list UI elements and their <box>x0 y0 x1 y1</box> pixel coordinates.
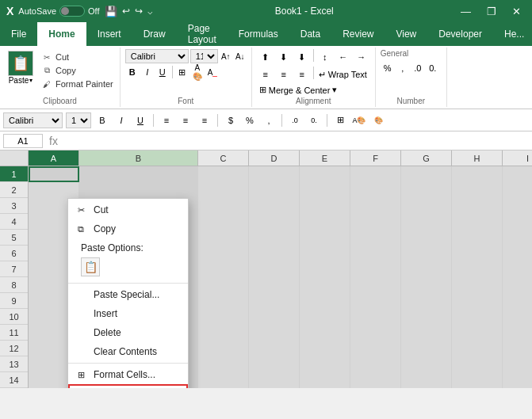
cell-c4[interactable] <box>198 214 249 230</box>
row-header-5[interactable]: 5 <box>0 230 28 246</box>
cell-f14[interactable] <box>350 372 401 388</box>
col-header-b[interactable]: B <box>79 150 198 166</box>
cut-action[interactable]: ✂ Cut <box>40 51 115 63</box>
col-header-d[interactable]: D <box>249 150 300 166</box>
cell-c13[interactable] <box>198 356 249 372</box>
cell-e3[interactable] <box>300 198 350 214</box>
col-header-e[interactable]: E <box>300 150 350 166</box>
cell-i14[interactable] <box>503 372 532 388</box>
cell-c1[interactable] <box>198 166 249 182</box>
cell-f5[interactable] <box>350 230 401 246</box>
fill-color-button[interactable]: A🎨 <box>190 65 205 79</box>
copy-action[interactable]: ⧉ Copy <box>40 64 115 77</box>
cell-i5[interactable] <box>503 230 532 246</box>
cell-c12[interactable] <box>198 341 249 356</box>
cell-g13[interactable] <box>401 356 452 372</box>
mini-align-right[interactable]: ≡ <box>197 112 212 128</box>
select-all-corner[interactable] <box>0 150 29 166</box>
cell-h6[interactable] <box>452 246 503 261</box>
cell-f12[interactable] <box>350 341 401 356</box>
tab-help[interactable]: He... <box>493 22 532 46</box>
row-header-13[interactable]: 13 <box>0 356 28 372</box>
cell-i2[interactable] <box>503 182 532 198</box>
cell-g11[interactable] <box>401 325 452 341</box>
cell-f13[interactable] <box>350 356 401 372</box>
cell-g5[interactable] <box>401 230 452 246</box>
indent-decrease-btn[interactable]: ← <box>335 49 352 65</box>
cell-c2[interactable] <box>198 182 249 198</box>
autosave-toggle[interactable] <box>59 6 85 17</box>
redo-icon[interactable]: ↪ <box>135 6 143 17</box>
cell-f3[interactable] <box>350 198 401 214</box>
row-header-6[interactable]: 6 <box>0 246 28 261</box>
tab-file[interactable]: File <box>0 22 37 46</box>
tab-insert[interactable]: Insert <box>86 22 132 46</box>
cell-e6[interactable] <box>300 246 350 261</box>
mini-dec-decrease[interactable]: 0. <box>306 112 322 128</box>
col-header-f[interactable]: F <box>350 150 401 166</box>
cell-f6[interactable] <box>350 246 401 261</box>
cell-d2[interactable] <box>249 182 300 198</box>
tab-view[interactable]: View <box>385 22 427 46</box>
font-increase-btn[interactable]: A↑ <box>220 50 232 63</box>
cell-i9[interactable] <box>503 293 532 309</box>
row-header-12[interactable]: 12 <box>0 341 28 356</box>
font-family-select[interactable]: Calibri <box>125 49 189 63</box>
cell-e14[interactable] <box>300 372 350 388</box>
mini-italic-btn[interactable]: I <box>113 112 129 128</box>
row-header-7[interactable]: 7 <box>0 261 28 277</box>
mini-dec-increase[interactable]: .0 <box>287 112 303 128</box>
mini-font-select[interactable]: Calibri <box>3 112 63 128</box>
col-header-g[interactable]: G <box>401 150 452 166</box>
paste-button[interactable]: 📋 Paste ▾ <box>5 49 36 86</box>
align-left-btn[interactable]: ≡ <box>257 67 274 82</box>
tab-formulas[interactable]: Formulas <box>228 22 289 46</box>
cell-h14[interactable] <box>452 372 503 388</box>
paste-dropdown-arrow[interactable]: ▾ <box>29 77 33 84</box>
ctx-insert[interactable]: Insert <box>68 304 188 323</box>
cell-h10[interactable] <box>452 309 503 325</box>
tab-page-layout[interactable]: Page Layout <box>177 22 228 46</box>
comma-btn[interactable]: , <box>396 61 410 75</box>
align-top-btn[interactable]: ⬆ <box>257 49 274 65</box>
mini-fill-btn[interactable]: A🎨 <box>351 112 367 128</box>
cell-f7[interactable] <box>350 261 401 277</box>
mini-size-select[interactable]: 11 <box>66 112 91 128</box>
row-header-2[interactable]: 2 <box>0 182 28 198</box>
row-header-10[interactable]: 10 <box>0 309 28 325</box>
cell-f9[interactable] <box>350 293 401 309</box>
decimal-decrease-btn[interactable]: 0. <box>426 61 440 75</box>
cell-h1[interactable] <box>452 166 503 182</box>
cell-e11[interactable] <box>300 325 350 341</box>
cell-h11[interactable] <box>452 325 503 341</box>
row-header-14[interactable]: 14 <box>0 372 28 388</box>
cell-e9[interactable] <box>300 293 350 309</box>
cell-h12[interactable] <box>452 341 503 356</box>
row-header-8[interactable]: 8 <box>0 277 28 293</box>
tab-home[interactable]: Home <box>37 22 86 46</box>
cell-b1[interactable] <box>79 166 198 182</box>
cell-h9[interactable] <box>452 293 503 309</box>
font-color-button[interactable]: A_ <box>205 65 220 79</box>
cell-c7[interactable] <box>198 261 249 277</box>
maximize-btn[interactable]: ❐ <box>482 4 501 19</box>
cell-c9[interactable] <box>198 293 249 309</box>
cell-g7[interactable] <box>401 261 452 277</box>
cell-d12[interactable] <box>249 341 300 356</box>
cell-c5[interactable] <box>198 230 249 246</box>
row-header-9[interactable]: 9 <box>0 293 28 309</box>
ctx-cut[interactable]: ✂ Cut <box>68 200 188 219</box>
cell-c14[interactable] <box>198 372 249 388</box>
cell-b2[interactable] <box>79 182 198 198</box>
cell-e10[interactable] <box>300 309 350 325</box>
italic-button[interactable]: I <box>140 65 155 79</box>
cell-h7[interactable] <box>452 261 503 277</box>
cell-e4[interactable] <box>300 214 350 230</box>
mini-align-center[interactable]: ≡ <box>178 112 193 128</box>
cell-c11[interactable] <box>198 325 249 341</box>
tab-review[interactable]: Review <box>331 22 385 46</box>
cell-e5[interactable] <box>300 230 350 246</box>
cell-e13[interactable] <box>300 356 350 372</box>
cell-g12[interactable] <box>401 341 452 356</box>
cell-i1[interactable] <box>503 166 532 182</box>
